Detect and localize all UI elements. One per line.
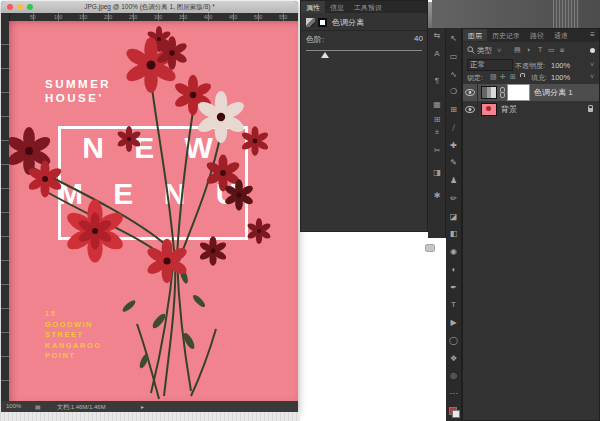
lock-artboard-icon[interactable]: ⊞ <box>510 73 516 81</box>
link-icon <box>499 87 505 98</box>
brush-tool-icon[interactable]: ✎ <box>450 158 457 167</box>
eyedropper-tool-icon[interactable]: ⧸ <box>452 123 455 132</box>
opacity-value[interactable]: 100% <box>551 61 570 70</box>
clip-panel-icon[interactable]: ✂ <box>428 146 446 155</box>
ruler-tick: 550 <box>279 14 287 20</box>
quick-select-tool-icon[interactable]: ❍ <box>450 87 457 96</box>
document-title: JPG.jpeg @ 100% (色调分离 1, 图层蒙版/8) * <box>1 3 298 12</box>
address-line: KANGAROO <box>45 341 102 352</box>
filter-pixel-icon[interactable]: ▤ <box>514 46 521 54</box>
collapse-panels-icon[interactable]: ⇆ <box>428 31 446 40</box>
ruler-tick: 400 <box>204 14 212 20</box>
tab-info[interactable]: 信息 <box>325 1 349 13</box>
ruler-tick: 250 <box>129 14 137 20</box>
color-chips[interactable] <box>449 407 458 416</box>
filter-adjustment-icon[interactable]: ◑ <box>526 46 530 53</box>
tab-paths[interactable]: 路径 <box>525 29 549 41</box>
filter-shape-icon[interactable]: ▭ <box>548 46 555 54</box>
ruler-corner <box>1 13 10 21</box>
layers-tabbar: 图层 历史记录 路径 通道 ≡ <box>463 29 599 42</box>
blur-tool-icon[interactable]: ◉ <box>450 247 457 256</box>
properties-panel: 属性 信息 工具预设 色调分离 色阶: 40 <box>300 0 428 232</box>
pen-tool-icon[interactable]: ✒ <box>450 283 457 292</box>
visibility-toggle[interactable] <box>463 101 478 117</box>
paragraph-panel-icon[interactable]: ¶ <box>428 76 446 85</box>
crop-tool-icon[interactable]: ⊞ <box>450 105 457 114</box>
adjustments-panel-icon[interactable]: ± <box>428 127 446 136</box>
panel-collapse-button[interactable] <box>425 244 435 252</box>
levels-slider-track[interactable] <box>306 50 422 51</box>
fill-label: 填充: <box>531 73 547 83</box>
hand-tool-icon[interactable]: ❖ <box>450 354 457 363</box>
layer-row-posterize[interactable]: 色调分离 1 <box>463 84 599 101</box>
filter-toggle[interactable] <box>590 48 595 53</box>
marquee-tool-icon[interactable]: ▭ <box>450 52 458 61</box>
adjustment-layer-thumbnail[interactable] <box>481 86 497 99</box>
document-window[interactable]: JPG.jpeg @ 100% (色调分离 1, 图层蒙版/8) * 50 10… <box>1 1 298 412</box>
layer-lock-icon <box>588 108 593 112</box>
layer-thumbnail[interactable] <box>481 103 497 116</box>
layer-name[interactable]: 色调分离 1 <box>534 87 573 98</box>
move-tool-icon[interactable]: ↖ <box>450 34 457 43</box>
ruler-tick: 350 <box>179 14 187 20</box>
eraser-tool-icon[interactable]: ◪ <box>450 212 458 221</box>
ruler-tick: 150 <box>79 14 87 20</box>
opacity-label: 不透明度: <box>515 61 545 71</box>
chevron-down-icon[interactable]: ˅ <box>497 46 501 55</box>
dodge-tool-icon[interactable]: ◖ <box>451 265 456 274</box>
collapsed-panel-dock: ⇆ A ¶ ▦ ⊞ ± ✂ ◨ ✱ <box>428 28 446 238</box>
shape-tool-icon[interactable]: ◯ <box>449 336 458 345</box>
address-line: 15 <box>45 309 102 320</box>
properties-tabbar: 属性 信息 工具预设 <box>301 1 427 13</box>
history-brush-tool-icon[interactable]: ✏ <box>450 194 457 203</box>
layer-row-background[interactable]: 背景 <box>463 101 599 117</box>
type-tool-icon[interactable]: T <box>451 300 456 309</box>
panel-menu-icon[interactable]: ≡ <box>590 30 595 39</box>
eye-icon <box>465 89 475 96</box>
clone-stamp-tool-icon[interactable]: ♟ <box>450 176 457 185</box>
levels-value[interactable]: 40 <box>414 34 423 43</box>
posterize-adjustment-icon <box>306 18 315 27</box>
zoom-tool-icon[interactable]: ◎ <box>450 371 457 380</box>
lasso-tool-icon[interactable]: ∿ <box>450 70 457 79</box>
chevron-down-icon[interactable]: ˅ <box>590 73 594 80</box>
tab-channels[interactable]: 通道 <box>549 29 573 41</box>
chevron-down-icon[interactable]: ˅ <box>590 61 594 68</box>
visibility-toggle[interactable] <box>463 84 478 101</box>
poster-address: 15 GOODWIN STREET KANGAROO POINT <box>45 309 102 362</box>
character-panel-icon[interactable]: A <box>428 49 446 58</box>
fill-value[interactable]: 100% <box>551 73 570 82</box>
document-size-info[interactable]: 文档:1.46M/1.46M <box>57 403 106 412</box>
address-line: STREET <box>45 330 102 341</box>
tab-properties[interactable]: 属性 <box>301 1 325 13</box>
layer-name[interactable]: 背景 <box>501 104 517 115</box>
blend-mode-select[interactable]: 正常 <box>467 59 513 71</box>
ruler-tick: 200 <box>104 14 112 20</box>
screen: JPG.jpeg @ 100% (色调分离 1, 图层蒙版/8) * 50 10… <box>0 0 600 421</box>
more-tools-icon[interactable]: ⋯ <box>450 389 458 398</box>
tab-history[interactable]: 历史记录 <box>487 29 525 41</box>
layer-mask-icon[interactable] <box>318 18 327 27</box>
layer-mask-thumbnail[interactable] <box>507 84 530 101</box>
tab-layers[interactable]: 图层 <box>463 29 487 41</box>
healing-brush-tool-icon[interactable]: ✚ <box>450 141 457 150</box>
ruler-tick: 100 <box>54 14 62 20</box>
zoom-level[interactable]: 100% <box>6 403 21 409</box>
lock-transparent-icon[interactable]: ▨ <box>490 73 497 81</box>
filter-kind-label[interactable]: 类型 <box>477 46 492 56</box>
gradient-tool-icon[interactable]: ◧ <box>450 229 458 238</box>
brush-panel-icon[interactable]: ✱ <box>428 191 446 200</box>
styles-panel-icon[interactable]: ◨ <box>428 168 446 177</box>
canvas[interactable]: SUMMER HOUSE' N E W M E N U <box>9 21 298 401</box>
eye-icon <box>465 106 475 113</box>
path-select-tool-icon[interactable]: ▶ <box>450 318 456 327</box>
tab-tool-presets[interactable]: 工具预设 <box>349 1 387 13</box>
status-chevron-icon[interactable]: ▸ <box>141 403 144 410</box>
artboard-panel-icon[interactable]: ⊞ <box>428 115 446 124</box>
levels-slider-thumb[interactable] <box>321 52 329 58</box>
background-color-chip[interactable] <box>452 410 460 418</box>
filter-smart-object-icon[interactable]: ⧈ <box>560 46 564 54</box>
lock-position-icon[interactable]: ✛ <box>500 73 506 81</box>
filter-type-icon[interactable]: T <box>538 46 542 53</box>
swatches-panel-icon[interactable]: ▦ <box>428 100 446 109</box>
